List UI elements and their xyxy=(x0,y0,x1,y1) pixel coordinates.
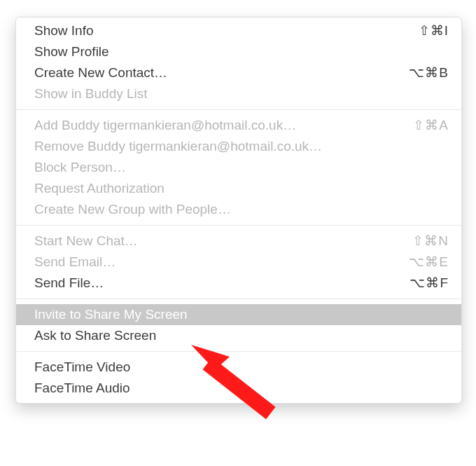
menu-item-start-new-chat: Start New Chat… ⇧⌘N xyxy=(16,231,461,252)
menu-item-shortcut: ⇧⌘A xyxy=(413,115,449,136)
menu-item-label: FaceTime Audio xyxy=(34,378,130,399)
menu-item-ask-to-share-screen[interactable]: Ask to Share Screen xyxy=(16,325,461,346)
menu-separator xyxy=(16,109,461,110)
menu-item-label: Block Person… xyxy=(34,157,126,178)
menu-item-send-file[interactable]: Send File… ⌥⌘F xyxy=(16,273,461,294)
menu-item-create-new-group-with-people: Create New Group with People… xyxy=(16,199,461,220)
menu-item-add-buddy: Add Buddy tigermankieran@hotmail.co.uk… … xyxy=(16,115,461,136)
menu-item-create-new-contact[interactable]: Create New Contact… ⌥⌘B xyxy=(16,62,461,83)
menu-item-shortcut: ⌥⌘E xyxy=(409,252,449,273)
menu-item-label: Show Info xyxy=(34,20,94,41)
menu-item-request-authorization: Request Authorization xyxy=(16,178,461,199)
menu-item-label: Invite to Share My Screen xyxy=(34,304,188,325)
menu-item-send-email: Send Email… ⌥⌘E xyxy=(16,252,461,273)
menu-item-label: FaceTime Video xyxy=(34,357,130,378)
menu-item-show-profile[interactable]: Show Profile xyxy=(16,41,461,62)
menu-item-show-info[interactable]: Show Info ⇧⌘I xyxy=(16,20,461,41)
menu-item-facetime-audio[interactable]: FaceTime Audio xyxy=(16,378,461,399)
menu-item-shortcut: ⌥⌘F xyxy=(410,273,449,294)
menu-item-label: Send Email… xyxy=(34,252,115,273)
menu-item-shortcut: ⇧⌘I xyxy=(419,20,449,41)
menu-item-invite-to-share-my-screen[interactable]: Invite to Share My Screen xyxy=(16,304,461,325)
menu-item-label: Request Authorization xyxy=(34,178,164,199)
menu-item-label: Show in Buddy List xyxy=(34,83,148,104)
menu-item-label: Start New Chat… xyxy=(34,231,138,252)
menu-separator xyxy=(16,299,461,299)
menu-item-shortcut: ⇧⌘N xyxy=(412,231,449,252)
menu-item-label: Add Buddy tigermankieran@hotmail.co.uk… xyxy=(34,115,296,136)
menu-item-label: Create New Contact… xyxy=(34,62,167,83)
menu-item-label: Send File… xyxy=(34,273,104,294)
menu-item-label: Show Profile xyxy=(34,41,109,62)
menu-separator xyxy=(16,351,461,352)
menu-item-shortcut: ⌥⌘B xyxy=(409,62,449,83)
menu-item-remove-buddy: Remove Buddy tigermankieran@hotmail.co.u… xyxy=(16,136,461,157)
menu-item-label: Ask to Share Screen xyxy=(34,325,156,346)
menu-item-facetime-video[interactable]: FaceTime Video xyxy=(16,357,461,378)
menu-separator xyxy=(16,225,461,226)
menu-item-block-person: Block Person… xyxy=(16,157,461,178)
menu-item-label: Remove Buddy tigermankieran@hotmail.co.u… xyxy=(34,136,322,157)
context-menu: Show Info ⇧⌘I Show Profile Create New Co… xyxy=(15,17,462,404)
menu-item-show-in-buddy-list: Show in Buddy List xyxy=(16,83,461,104)
menu-item-label: Create New Group with People… xyxy=(34,199,231,220)
